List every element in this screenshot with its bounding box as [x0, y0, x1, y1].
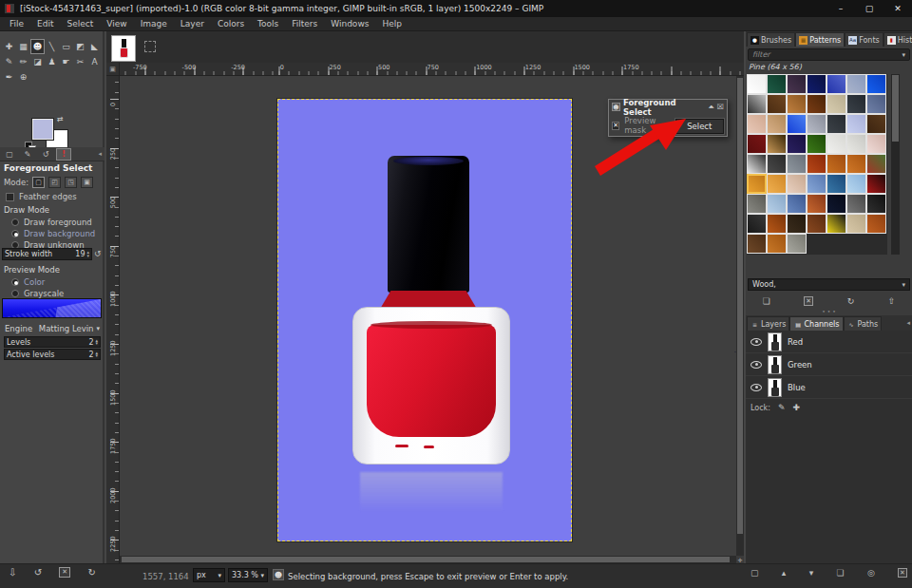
pattern-swatch[interactable] [767, 154, 787, 174]
pattern-swatch[interactable] [846, 174, 866, 194]
transform-tool[interactable]: ◩ [73, 39, 87, 54]
spinner-arrows-icon[interactable]: ▴▾ [86, 251, 89, 257]
pattern-swatch[interactable] [747, 174, 767, 194]
engine-dropdown[interactable]: Engine Matting Levin ▾ [2, 322, 103, 334]
pattern-swatch[interactable] [826, 74, 846, 94]
stroke-width-reset-icon[interactable]: ↺ [94, 249, 102, 258]
tab-fonts[interactable]: AaFonts [845, 32, 884, 47]
channel-row-green[interactable]: Green [746, 353, 912, 376]
alignment-tool[interactable]: ▦ [16, 39, 30, 54]
canvas-image[interactable]: ✎ [277, 99, 572, 541]
scrollbar-thumb[interactable] [737, 78, 743, 534]
menu-windows[interactable]: Windows [325, 18, 374, 29]
radio-icon[interactable] [11, 218, 19, 226]
pattern-swatch[interactable] [866, 114, 886, 134]
mode-intersect-button[interactable]: ▣ [81, 177, 93, 188]
spinner-arrows-icon[interactable]: ▴▾ [95, 351, 98, 358]
radio-icon[interactable] [11, 278, 19, 286]
pattern-swatch[interactable] [767, 214, 787, 234]
pattern-swatch[interactable] [866, 174, 886, 194]
duplicate-channel-button[interactable]: ❏ [837, 568, 845, 578]
zoom-tool[interactable]: ⊕ [16, 69, 30, 85]
active-levels-spinner[interactable]: Active levels 2 ▴▾ [4, 349, 101, 360]
foreground-color-swatch[interactable] [32, 119, 53, 140]
pattern-swatch[interactable] [767, 174, 787, 194]
pattern-swatch[interactable] [866, 154, 886, 174]
zoom-select[interactable]: 33.3 % ▾ [228, 568, 268, 582]
pattern-swatch[interactable] [747, 134, 767, 154]
move-tool[interactable]: ✚ [2, 39, 16, 54]
radio-icon[interactable] [11, 290, 19, 297]
horizontal-scrollbar[interactable] [120, 556, 736, 563]
swap-colors-icon[interactable]: ⇄ [57, 115, 64, 123]
draw-option-draw-background[interactable]: Draw background [11, 228, 103, 239]
minimize-button[interactable]: – [826, 0, 855, 17]
pattern-tag-field[interactable]: Wood, ▾ [748, 278, 910, 291]
pattern-swatch[interactable] [846, 114, 866, 134]
channel-row-blue[interactable]: Blue [746, 376, 912, 399]
ink-tool[interactable]: ✒ [2, 69, 16, 85]
pattern-swatch[interactable] [767, 194, 787, 214]
open-pattern-button[interactable]: ⇧ [888, 296, 896, 306]
pattern-filter-input[interactable]: filter ▾ [748, 48, 910, 61]
pattern-swatch[interactable] [866, 194, 886, 214]
pattern-swatch[interactable] [747, 214, 767, 234]
pattern-swatch[interactable] [807, 214, 826, 234]
tab-channels[interactable]: ▤Channels [789, 316, 843, 331]
pattern-swatch[interactable] [807, 114, 826, 134]
pattern-swatch[interactable] [846, 94, 866, 114]
scissors-select-tool[interactable]: ✂ [73, 54, 87, 69]
pattern-swatch[interactable] [787, 94, 807, 114]
scrollbar-thumb[interactable] [892, 75, 899, 142]
pattern-swatch[interactable] [787, 134, 807, 154]
menu-select[interactable]: Select [62, 18, 100, 29]
dialog-title-bar[interactable]: ☻ Foreground Select ⏶ ☒ [609, 100, 727, 114]
pattern-swatch[interactable] [807, 174, 826, 194]
pattern-swatch[interactable] [787, 74, 807, 94]
pattern-swatch[interactable] [826, 214, 846, 234]
spinner-arrows-icon[interactable]: ▴▾ [95, 339, 98, 346]
pattern-swatch[interactable] [826, 114, 846, 134]
tab-patterns[interactable]: ▦Patterns [795, 32, 845, 47]
chevron-down-icon[interactable]: ▾ [902, 281, 905, 289]
duplicate-pattern-button[interactable]: ❏ [763, 296, 770, 306]
pattern-swatch[interactable] [787, 214, 807, 234]
eraser-tool[interactable]: ◪ [30, 54, 45, 69]
canvas-viewport[interactable]: ✎ [120, 76, 736, 556]
menu-colors[interactable]: Colors [212, 18, 250, 29]
pattern-swatch[interactable] [787, 194, 807, 214]
levels-spinner[interactable]: Levels 2 ▴▾ [4, 336, 101, 348]
tab-layers[interactable]: ≡Layers [747, 316, 789, 331]
feather-edges-row[interactable]: Feather edges [6, 192, 77, 201]
pattern-swatch[interactable] [747, 114, 767, 134]
raise-channel-button[interactable]: ▴ [782, 568, 787, 578]
mode-subtract-button[interactable]: ◳ [65, 177, 77, 188]
horizontal-ruler[interactable]: -750-500-25002505007501000125015001750 [120, 63, 744, 76]
pattern-swatch[interactable] [826, 154, 846, 174]
pattern-swatch[interactable] [767, 74, 787, 94]
image-tab-thumbnail[interactable] [111, 35, 136, 62]
vertical-ruler[interactable]: 0250500750100012501500175020002250 [106, 76, 120, 563]
text-tool[interactable]: A [87, 54, 102, 69]
ruler-corner[interactable]: ▣ [106, 63, 120, 76]
menu-filters[interactable]: Filters [286, 18, 323, 29]
pattern-swatch[interactable] [826, 134, 846, 154]
lock-position-icon[interactable]: ✚ [792, 403, 800, 412]
pattern-swatch[interactable] [787, 234, 807, 254]
visibility-eye-icon[interactable] [750, 338, 762, 346]
reset-tool-button[interactable]: ↻ [87, 567, 95, 578]
save-preset-button[interactable]: ⇩ [9, 567, 16, 578]
menu-view[interactable]: View [101, 18, 132, 29]
pattern-swatch[interactable] [846, 214, 866, 234]
pattern-swatch[interactable] [846, 134, 866, 154]
menu-layer[interactable]: Layer [175, 18, 210, 29]
device-status-tab[interactable]: ✎ [20, 148, 35, 161]
pattern-swatch[interactable] [807, 134, 826, 154]
channel-row-red[interactable]: Red [746, 331, 912, 353]
pattern-swatch[interactable] [866, 134, 886, 154]
pattern-swatch[interactable] [767, 94, 787, 114]
undo-history-tab[interactable]: ↺ [38, 148, 53, 161]
preview-mask-row[interactable]: ✕ Preview mask [612, 116, 675, 135]
menu-help[interactable]: Help [376, 18, 408, 29]
pattern-swatch[interactable] [747, 74, 767, 94]
